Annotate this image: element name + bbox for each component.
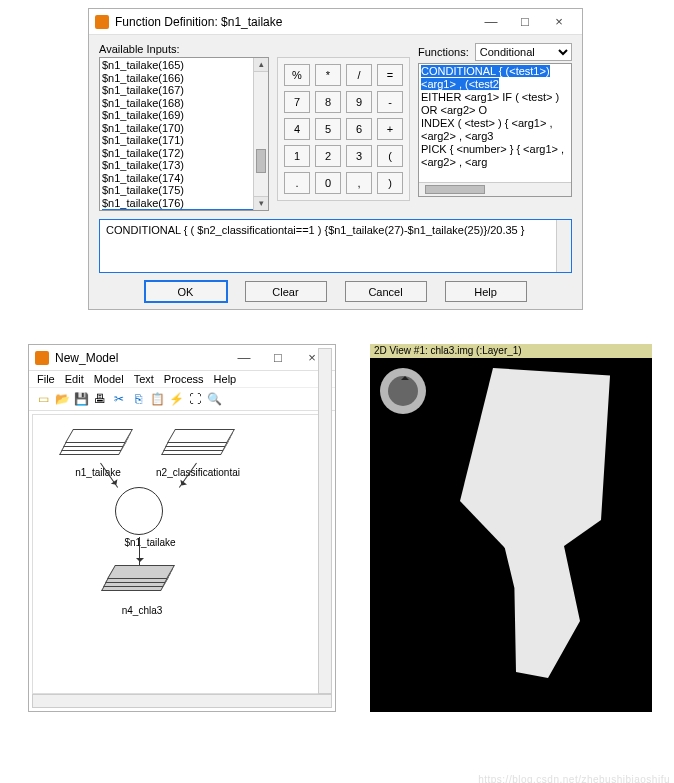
function-definition-window: Function Definition: $n1_tailake — □ × A… — [88, 8, 583, 310]
run-icon[interactable]: ⚡ — [168, 391, 184, 407]
paste-icon[interactable]: 📋 — [149, 391, 165, 407]
cancel-button[interactable]: Cancel — [345, 281, 427, 302]
new-model-window: New_Model — □ × File Edit Model Text Pro… — [28, 344, 336, 712]
node-label: n4_chla3 — [97, 605, 187, 616]
close-button[interactable]: × — [542, 9, 576, 35]
view-title: 2D View #1: chla3.img (:Layer_1) — [370, 344, 652, 358]
list-item[interactable]: $n1_tailake(169) — [102, 109, 268, 122]
calc-key[interactable]: 0 — [315, 172, 341, 194]
open-icon[interactable]: 📂 — [54, 391, 70, 407]
list-item[interactable]: $n1_tailake(165) — [102, 59, 268, 72]
calc-key[interactable]: + — [377, 118, 403, 140]
compass-icon[interactable] — [380, 368, 426, 414]
calc-key[interactable]: . — [284, 172, 310, 194]
zoom-icon[interactable]: 🔍 — [206, 391, 222, 407]
menu-process[interactable]: Process — [164, 373, 204, 385]
menu-file[interactable]: File — [37, 373, 55, 385]
calc-key[interactable]: ( — [377, 145, 403, 167]
mask-region — [500, 528, 580, 678]
list-item[interactable]: $n1_tailake(167) — [102, 84, 268, 97]
window-title: New_Model — [55, 351, 227, 365]
image-viewer[interactable] — [370, 358, 652, 712]
minimize-button[interactable]: — — [474, 9, 508, 35]
menu-text[interactable]: Text — [134, 373, 154, 385]
list-item[interactable]: $n1_tailake(173) — [102, 159, 268, 172]
function-node[interactable] — [115, 487, 163, 535]
menu-bar: File Edit Model Text Process Help — [29, 371, 335, 388]
calc-key[interactable]: 7 — [284, 91, 310, 113]
scrollbar-vertical[interactable]: ▴ ▾ — [253, 58, 268, 210]
function-item[interactable]: INDEX ( <test> ) { <arg1> , <arg2> , <ar… — [421, 117, 569, 143]
function-item-selected[interactable]: CONDITIONAL { (<test1>) <arg1> , (<test2 — [421, 65, 550, 90]
functions-label: Functions: — [418, 46, 469, 58]
calc-key[interactable]: 5 — [315, 118, 341, 140]
menu-help[interactable]: Help — [214, 373, 237, 385]
zoom-fit-icon[interactable]: ⛶ — [187, 391, 203, 407]
list-item[interactable]: $n1_tailake(168) — [102, 97, 268, 110]
node-label: $n1_tailake — [105, 537, 195, 548]
calc-key[interactable]: = — [377, 64, 403, 86]
watermark: https://blog.csdn.net/zhebushibiaoshifu — [478, 774, 670, 783]
print-icon[interactable]: 🖶 — [92, 391, 108, 407]
calc-key[interactable]: 2 — [315, 145, 341, 167]
functions-dropdown[interactable]: Conditional — [475, 43, 572, 61]
calc-key[interactable]: , — [346, 172, 372, 194]
calc-key[interactable]: * — [315, 64, 341, 86]
calc-key[interactable]: % — [284, 64, 310, 86]
calc-key[interactable]: 3 — [346, 145, 372, 167]
calc-key[interactable]: 1 — [284, 145, 310, 167]
calculator-pad: %*/=789-456+123(.0,) — [277, 43, 410, 211]
menu-model[interactable]: Model — [94, 373, 124, 385]
list-item[interactable]: $n1_tailake(174) — [102, 172, 268, 185]
calc-key[interactable]: - — [377, 91, 403, 113]
calc-key[interactable]: 9 — [346, 91, 372, 113]
list-item[interactable]: $n1_tailake(170) — [102, 122, 268, 135]
minimize-button[interactable]: — — [227, 345, 261, 371]
calc-key[interactable]: / — [346, 64, 372, 86]
maximize-button[interactable]: □ — [261, 345, 295, 371]
list-item[interactable]: $n1_tailake(166) — [102, 72, 268, 85]
available-inputs-label: Available Inputs: — [99, 43, 269, 55]
maximize-button[interactable]: □ — [508, 9, 542, 35]
list-item[interactable]: $n1_tailake(175) — [102, 184, 268, 197]
raster-node-out[interactable] — [105, 565, 175, 603]
model-canvas[interactable]: n1_tailake n2_classificationtai $n1_tail… — [32, 414, 332, 694]
ok-button[interactable]: OK — [145, 281, 227, 302]
help-button[interactable]: Help — [445, 281, 527, 302]
list-item-selected[interactable]: $n2_classificationtai — [102, 209, 268, 211]
clear-button[interactable]: Clear — [245, 281, 327, 302]
cut-icon[interactable]: ✂ — [111, 391, 127, 407]
save-icon[interactable]: 💾 — [73, 391, 89, 407]
functions-list[interactable]: CONDITIONAL { (<test1>) <arg1> , (<test2… — [418, 63, 572, 197]
formula-text: CONDITIONAL { ( $n2_classificationtai==1… — [106, 224, 524, 236]
node-label: n1_tailake — [53, 467, 143, 478]
list-item[interactable]: $n1_tailake(171) — [102, 134, 268, 147]
scroll-thumb[interactable] — [425, 185, 485, 194]
available-inputs-list[interactable]: $n1_tailake(165) $n1_tailake(166) $n1_ta… — [99, 57, 269, 211]
function-item[interactable]: PICK { <number> } { <arg1> , <arg2> , <a… — [421, 143, 569, 169]
scrollbar-horizontal[interactable] — [32, 694, 332, 708]
copy-icon[interactable]: ⎘ — [130, 391, 146, 407]
raster-node-n1[interactable] — [63, 429, 133, 467]
node-label: n2_classificationtai — [153, 467, 243, 478]
app-icon — [95, 15, 109, 29]
list-item[interactable]: $n1_tailake(176) — [102, 197, 268, 210]
connector — [139, 537, 140, 565]
scrollbar-vertical[interactable] — [556, 220, 571, 272]
scroll-down-icon[interactable]: ▾ — [254, 196, 268, 210]
list-item[interactable]: $n1_tailake(172) — [102, 147, 268, 160]
function-item[interactable]: EITHER <arg1> IF ( <test> ) OR <arg2> O — [421, 91, 569, 117]
calc-key[interactable]: 4 — [284, 118, 310, 140]
scroll-thumb[interactable] — [256, 149, 266, 173]
menu-edit[interactable]: Edit — [65, 373, 84, 385]
calc-key[interactable]: 8 — [315, 91, 341, 113]
scrollbar-vertical[interactable] — [318, 348, 332, 694]
new-icon[interactable]: ▭ — [35, 391, 51, 407]
calc-key[interactable]: 6 — [346, 118, 372, 140]
app-icon — [35, 351, 49, 365]
scrollbar-horizontal[interactable] — [419, 182, 571, 196]
formula-textarea[interactable]: CONDITIONAL { ( $n2_classificationtai==1… — [99, 219, 572, 273]
raster-node-n2[interactable] — [165, 429, 235, 467]
scroll-up-icon[interactable]: ▴ — [254, 58, 268, 72]
calc-key[interactable]: ) — [377, 172, 403, 194]
